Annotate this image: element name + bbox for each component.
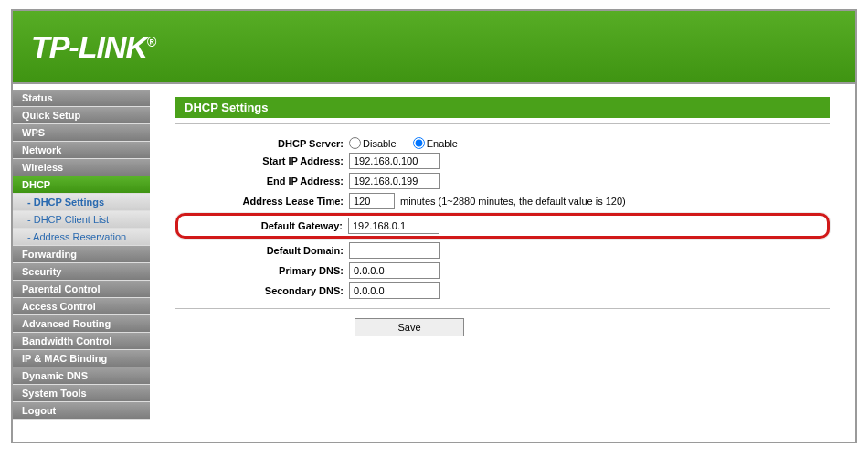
- row-lease-time: Address Lease Time: minutes (1~2880 minu…: [175, 193, 830, 209]
- sidebar-item-wireless[interactable]: Wireless: [13, 159, 150, 176]
- brand-text: TP-LINK: [31, 29, 147, 64]
- sidebar-item-logout[interactable]: Logout: [13, 402, 150, 420]
- sidebar-sub-address-reservation[interactable]: - Address Reservation: [13, 229, 150, 246]
- divider-bottom: [175, 308, 830, 309]
- body-area: Status Quick Setup WPS Network Wireless …: [13, 84, 855, 442]
- sidebar-item-wps[interactable]: WPS: [13, 124, 150, 142]
- row-start-ip: Start IP Address:: [175, 153, 830, 169]
- label-lease-time: Address Lease Time:: [175, 196, 349, 207]
- label-primary-dns: Primary DNS:: [175, 265, 349, 276]
- content-area: DHCP Settings DHCP Server: Disable Enabl…: [150, 84, 855, 442]
- header: TP-LINK®: [13, 11, 855, 84]
- dhcp-enable-radio[interactable]: [413, 137, 425, 149]
- sidebar-item-access-control[interactable]: Access Control: [13, 298, 150, 315]
- divider: [175, 123, 830, 124]
- brand-reg-mark: ®: [147, 34, 155, 48]
- row-default-domain: Default Domain:: [175, 242, 830, 259]
- sidebar-sub-dhcp-client-list[interactable]: - DHCP Client List: [13, 211, 150, 229]
- sidebar-item-forwarding[interactable]: Forwarding: [13, 246, 150, 263]
- sidebar-item-dynamic-dns[interactable]: Dynamic DNS: [13, 367, 150, 385]
- secondary-dns-input[interactable]: [349, 282, 440, 299]
- page-title: DHCP Settings: [175, 97, 830, 118]
- sidebar-item-dhcp[interactable]: DHCP: [13, 176, 150, 194]
- sidebar-item-network[interactable]: Network: [13, 142, 150, 159]
- lease-time-hint: minutes (1~2880 minutes, the default val…: [400, 196, 626, 207]
- sidebar-item-status[interactable]: Status: [13, 90, 150, 107]
- row-primary-dns: Primary DNS:: [175, 262, 830, 279]
- label-end-ip: End IP Address:: [175, 176, 349, 186]
- dhcp-disable-radio[interactable]: [349, 137, 361, 149]
- sidebar-item-security[interactable]: Security: [13, 263, 150, 281]
- dhcp-enable-label: Enable: [427, 138, 458, 149]
- end-ip-input[interactable]: [349, 173, 440, 189]
- sidebar: Status Quick Setup WPS Network Wireless …: [13, 84, 150, 442]
- save-row: Save: [175, 318, 830, 336]
- sidebar-item-system-tools[interactable]: System Tools: [13, 385, 150, 402]
- row-dhcp-server: DHCP Server: Disable Enable: [175, 137, 830, 149]
- label-gateway: Default Gateway:: [182, 220, 348, 231]
- save-button[interactable]: Save: [355, 318, 464, 336]
- label-secondary-dns: Secondary DNS:: [175, 285, 349, 296]
- domain-input[interactable]: [349, 242, 440, 259]
- sidebar-item-quick-setup[interactable]: Quick Setup: [13, 107, 150, 124]
- sidebar-item-ip-mac-binding[interactable]: IP & MAC Binding: [13, 350, 150, 367]
- start-ip-input[interactable]: [349, 153, 440, 169]
- brand-logo: TP-LINK®: [31, 29, 155, 65]
- row-end-ip: End IP Address:: [175, 173, 830, 189]
- gateway-input[interactable]: [348, 218, 439, 234]
- sidebar-item-parental-control[interactable]: Parental Control: [13, 281, 150, 298]
- sidebar-item-bandwidth-control[interactable]: Bandwidth Control: [13, 333, 150, 350]
- sidebar-item-advanced-routing[interactable]: Advanced Routing: [13, 315, 150, 333]
- primary-dns-input[interactable]: [349, 262, 440, 279]
- app-window: TP-LINK® Status Quick Setup WPS Network …: [11, 9, 857, 443]
- label-dhcp-server: DHCP Server:: [175, 138, 349, 149]
- dhcp-disable-option[interactable]: Disable: [349, 137, 397, 149]
- row-default-gateway-highlight: Default Gateway:: [175, 213, 830, 239]
- dhcp-form: DHCP Server: Disable Enable Start IP Ad: [175, 137, 830, 299]
- label-start-ip: Start IP Address:: [175, 155, 349, 166]
- row-secondary-dns: Secondary DNS:: [175, 282, 830, 299]
- sidebar-sub-dhcp-settings[interactable]: - DHCP Settings: [13, 194, 150, 211]
- dhcp-enable-option[interactable]: Enable: [413, 137, 458, 149]
- label-domain: Default Domain:: [175, 245, 349, 256]
- dhcp-disable-label: Disable: [363, 138, 397, 149]
- lease-time-input[interactable]: [349, 193, 395, 209]
